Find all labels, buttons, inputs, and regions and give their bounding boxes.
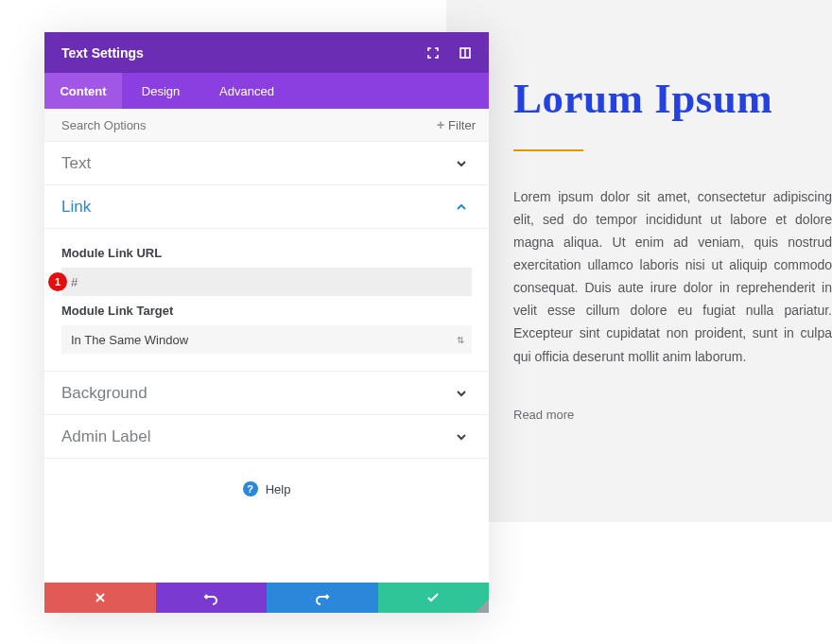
plus-icon: + xyxy=(437,117,444,132)
module-link-url-input[interactable] xyxy=(61,268,472,296)
redo-icon xyxy=(315,590,330,605)
read-more-link[interactable]: Read more xyxy=(513,408,832,422)
close-button[interactable] xyxy=(44,583,156,613)
section-text-title: Text xyxy=(61,154,455,173)
tab-design[interactable]: Design xyxy=(122,73,199,109)
chevron-down-icon xyxy=(455,430,468,444)
section-text[interactable]: Text xyxy=(44,142,489,185)
sections: Text Link Module Link URL 1 Module Link … xyxy=(44,142,489,583)
resize-handle[interactable] xyxy=(476,600,489,613)
target-label: Module Link Target xyxy=(61,304,472,318)
settings-panel: Text Settings Content Design Advanced + … xyxy=(44,32,489,613)
undo-button[interactable] xyxy=(156,583,268,613)
section-link[interactable]: Link xyxy=(44,185,489,229)
preview-divider xyxy=(513,149,583,151)
chevron-down-icon xyxy=(455,387,468,400)
filter-label: Filter xyxy=(448,118,476,132)
section-admin-label-title: Admin Label xyxy=(61,427,455,446)
annotation-badge: 1 xyxy=(48,272,67,291)
snap-icon[interactable] xyxy=(459,46,472,60)
redo-button[interactable] xyxy=(267,583,378,613)
footer-actions xyxy=(44,583,489,613)
search-row: + Filter xyxy=(44,109,489,142)
search-input[interactable] xyxy=(61,118,437,132)
expand-icon[interactable] xyxy=(426,46,440,60)
check-icon xyxy=(426,591,440,604)
section-background[interactable]: Background xyxy=(44,372,489,415)
url-label: Module Link URL xyxy=(61,246,472,260)
chevron-down-icon xyxy=(455,157,468,170)
confirm-button[interactable] xyxy=(378,583,490,613)
panel-title: Text Settings xyxy=(61,45,426,61)
help-label: Help xyxy=(266,482,291,496)
preview-body: Lorem ipsum dolor sit amet, consectetur … xyxy=(513,185,832,368)
preview-title: Lorum Ipsum xyxy=(513,74,832,123)
section-link-body: Module Link URL 1 Module Link Target In … xyxy=(44,229,489,372)
close-icon xyxy=(95,592,106,603)
panel-header: Text Settings xyxy=(44,32,489,73)
undo-icon xyxy=(203,590,218,605)
filter-button[interactable]: + Filter xyxy=(437,117,476,132)
section-background-title: Background xyxy=(61,384,455,403)
section-link-title: Link xyxy=(61,198,455,217)
help-row[interactable]: ? Help xyxy=(44,459,489,519)
chevron-up-icon xyxy=(455,200,468,214)
tab-advanced[interactable]: Advanced xyxy=(199,73,294,109)
module-link-target-select[interactable]: In The Same Window xyxy=(61,325,472,354)
tab-content[interactable]: Content xyxy=(44,73,122,109)
preview-panel: Lorum Ipsum Lorem ipsum dolor sit amet, … xyxy=(446,0,832,522)
section-admin-label[interactable]: Admin Label xyxy=(44,415,489,459)
help-icon: ? xyxy=(243,481,258,496)
tabs: Content Design Advanced xyxy=(44,73,489,109)
